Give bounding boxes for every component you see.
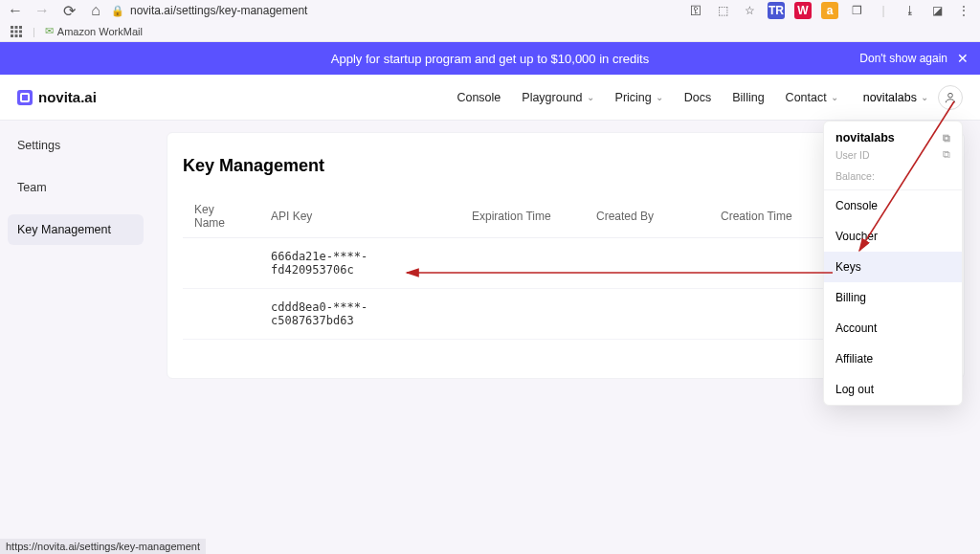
user-dropdown: novitalabs ⧉ User ID ⧉ Balance: Console … — [823, 121, 963, 406]
sidebar-item-team[interactable]: Team — [8, 172, 144, 203]
dropdown-item-keys[interactable]: Keys — [824, 252, 962, 282]
svg-rect-0 — [11, 26, 13, 29]
extensions-icon[interactable]: ❐ — [848, 2, 865, 19]
team-switcher[interactable]: novitalabs ⌄ — [863, 91, 928, 104]
dropdown-item-account[interactable]: Account — [824, 313, 962, 343]
nav-label: Contact — [786, 91, 827, 104]
col-api-key: API Key — [259, 195, 460, 238]
user-icon — [944, 91, 957, 104]
svg-rect-8 — [19, 34, 22, 37]
extension-3-icon[interactable]: a — [821, 2, 838, 19]
bookmark-bar: | ✉ Amazon WorkMail — [0, 21, 980, 42]
dont-show-again-link[interactable]: Don't show again — [859, 52, 947, 65]
cell-created-by — [585, 238, 709, 289]
download-icon[interactable]: ⭳ — [902, 2, 919, 19]
dropdown-balance-label: Balance: — [835, 170, 950, 182]
svg-rect-4 — [15, 30, 18, 33]
panel-icon[interactable]: ◪ — [928, 2, 946, 19]
dropdown-item-console[interactable]: Console — [824, 190, 962, 221]
cell-api-key: cddd8ea0-****-c5087637bd63 — [259, 289, 460, 340]
browser-address-bar: ← → ⟳ ⌂ 🔒 novita.ai/settings/key-managem… — [0, 0, 980, 21]
dropdown-username: novitalabs — [835, 131, 895, 144]
user-menu-button[interactable] — [938, 85, 963, 110]
bookmark-label: Amazon WorkMail — [57, 26, 143, 37]
nav-console[interactable]: Console — [457, 91, 501, 104]
svg-rect-1 — [15, 26, 18, 29]
address-url[interactable]: novita.ai/settings/key-management — [130, 4, 307, 17]
cell-key-name — [183, 238, 259, 289]
password-icon[interactable]: ⚿ — [687, 2, 704, 19]
svg-rect-7 — [15, 34, 18, 37]
nav-contact[interactable]: Contact ⌄ — [786, 91, 838, 104]
nav-playground[interactable]: Playground ⌄ — [522, 91, 593, 104]
apps-grid-icon[interactable] — [10, 25, 23, 38]
dropdown-item-affiliate[interactable]: Affiliate — [824, 343, 962, 374]
promo-banner-text: Apply for startup program and get up to … — [331, 52, 649, 66]
nav-billing[interactable]: Billing — [732, 91, 764, 104]
reload-icon[interactable]: ⟳ — [61, 3, 77, 18]
divider: | — [33, 26, 35, 37]
top-nav: novita.ai Console Playground ⌄ Pricing ⌄… — [0, 75, 980, 121]
nav-label: Pricing — [615, 91, 652, 104]
cell-expiration — [460, 289, 585, 340]
team-name: novitalabs — [863, 91, 917, 104]
dropdown-item-billing[interactable]: Billing — [824, 282, 962, 313]
nav-docs[interactable]: Docs — [684, 91, 711, 104]
chevron-down-icon: ⌄ — [656, 92, 663, 102]
svg-rect-6 — [11, 34, 13, 37]
extension-2-icon[interactable]: W — [794, 2, 812, 19]
workmail-icon: ✉ — [45, 25, 54, 37]
col-created-by: Created By — [585, 195, 709, 238]
copy-icon[interactable]: ⧉ — [943, 132, 950, 144]
brand-name: novita.ai — [38, 89, 97, 105]
extension-1-icon[interactable]: TR — [768, 2, 785, 19]
back-icon[interactable]: ← — [8, 3, 23, 18]
dropdown-item-logout[interactable]: Log out — [824, 374, 962, 405]
cell-key-name — [183, 289, 259, 340]
cell-expiration — [460, 238, 585, 289]
sidebar-item-key-management[interactable]: Key Management — [8, 214, 144, 245]
chevron-down-icon: ⌄ — [587, 92, 594, 102]
divider: | — [875, 2, 892, 19]
svg-rect-5 — [19, 30, 22, 33]
dropdown-user-id-label: User ID — [835, 149, 870, 161]
svg-point-9 — [948, 93, 953, 98]
brand-logo[interactable]: novita.ai — [17, 89, 97, 105]
sidebar-item-settings[interactable]: Settings — [8, 130, 144, 161]
close-icon[interactable]: ✕ — [957, 51, 969, 66]
chevron-down-icon: ⌄ — [921, 92, 928, 102]
cell-api-key: 666da21e-****-fd420953706c — [259, 238, 460, 289]
forward-icon[interactable]: → — [34, 3, 50, 18]
chevron-down-icon: ⌄ — [831, 92, 838, 102]
settings-sidebar: Settings Team Key Management — [0, 121, 151, 539]
promo-banner[interactable]: Apply for startup program and get up to … — [0, 42, 980, 75]
bookmark-amazon-workmail[interactable]: ✉ Amazon WorkMail — [45, 25, 143, 37]
site-info-icon[interactable]: 🔒 — [111, 5, 124, 17]
col-expiration: Expiration Time — [460, 195, 585, 238]
dropdown-item-voucher[interactable]: Voucher — [824, 221, 962, 252]
star-icon[interactable]: ☆ — [741, 2, 758, 19]
col-key-name: Key Name — [183, 195, 259, 238]
cell-created-by — [585, 289, 709, 340]
nav-label: Playground — [522, 91, 582, 104]
svg-rect-2 — [19, 26, 22, 29]
svg-rect-3 — [11, 30, 13, 33]
status-bar-url: https://novita.ai/settings/key-managemen… — [0, 539, 206, 554]
logo-icon — [17, 90, 33, 105]
nav-pricing[interactable]: Pricing ⌄ — [615, 91, 663, 104]
kebab-menu-icon[interactable]: ⋮ — [955, 2, 972, 19]
home-icon[interactable]: ⌂ — [88, 3, 103, 18]
install-pwa-icon[interactable]: ⬚ — [714, 2, 731, 19]
copy-icon[interactable]: ⧉ — [943, 148, 950, 161]
